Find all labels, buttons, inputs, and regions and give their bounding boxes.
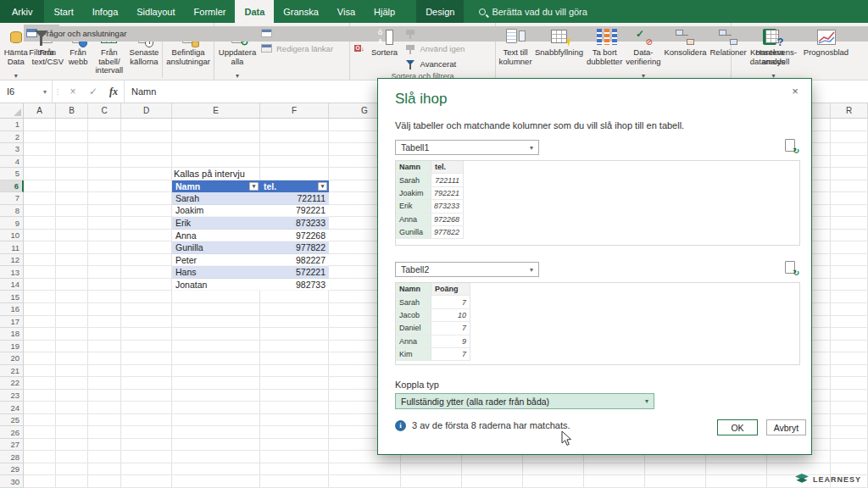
preview-cell[interactable]: Sarah bbox=[396, 174, 431, 186]
preview-cell[interactable]: Kim bbox=[396, 348, 431, 361]
row-header-14[interactable]: 14 bbox=[0, 279, 24, 291]
tab-granska[interactable]: Granska bbox=[274, 0, 328, 23]
row-header-7[interactable]: 7 bbox=[0, 192, 24, 205]
row-header-24[interactable]: 24 bbox=[0, 402, 24, 414]
preview-cell[interactable]: 873233 bbox=[431, 200, 464, 213]
select-all-corner[interactable] bbox=[0, 103, 24, 119]
table-cell[interactable]: Sarah bbox=[172, 192, 260, 205]
tab-visa[interactable]: Visa bbox=[328, 0, 364, 23]
preview-header-cell[interactable]: Namn bbox=[396, 161, 431, 174]
table-cell[interactable]: Gunilla bbox=[172, 241, 260, 254]
tab-data[interactable]: Data bbox=[235, 0, 274, 23]
row-header-9[interactable]: 9 bbox=[0, 217, 24, 230]
row-header-25[interactable]: 25 bbox=[0, 414, 24, 427]
row-header-20[interactable]: 20 bbox=[0, 352, 24, 365]
column-header-A[interactable]: A bbox=[24, 103, 56, 119]
table-cell[interactable]: Hans bbox=[172, 266, 260, 279]
row-header-26[interactable]: 26 bbox=[0, 426, 24, 439]
row-header-1[interactable]: 1 bbox=[0, 119, 24, 131]
row-header-13[interactable]: 13 bbox=[0, 266, 24, 279]
row-header-15[interactable]: 15 bbox=[0, 291, 24, 303]
preview-cell[interactable]: 7 bbox=[431, 296, 470, 308]
table-cell[interactable]: Jonatan bbox=[172, 279, 260, 291]
cancel-entry-icon[interactable]: × bbox=[63, 80, 83, 103]
row-header-23[interactable]: 23 bbox=[0, 390, 24, 402]
column-header-C[interactable]: C bbox=[88, 103, 121, 119]
row-header-27[interactable]: 27 bbox=[0, 439, 24, 452]
row-header-2[interactable]: 2 bbox=[0, 131, 24, 144]
row-header-6[interactable]: 6 bbox=[0, 180, 24, 193]
preview-cell[interactable]: Erik bbox=[396, 200, 431, 213]
tab-design[interactable]: Design bbox=[416, 0, 464, 23]
table-cell[interactable]: 982733 bbox=[260, 279, 329, 291]
table1-refresh-icon[interactable] bbox=[785, 139, 798, 154]
row-header-29[interactable]: 29 bbox=[0, 463, 24, 476]
tab-sidlayout[interactable]: Sidlayout bbox=[127, 0, 184, 23]
preview-cell[interactable]: 7 bbox=[431, 322, 470, 335]
table2-select[interactable]: Tabell2 ▾ bbox=[395, 262, 539, 277]
column-header-E[interactable]: E bbox=[172, 103, 260, 119]
tab-hjalp[interactable]: Hjälp bbox=[364, 0, 404, 23]
row-header-30[interactable]: 30 bbox=[0, 475, 24, 488]
tab-start[interactable]: Start bbox=[44, 0, 82, 23]
filter-dropdown-icon[interactable]: ▾ bbox=[318, 182, 327, 191]
preview-header-cell[interactable]: Namn bbox=[396, 283, 431, 296]
preview-cell[interactable]: 10 bbox=[431, 309, 470, 322]
preview-header-cell[interactable]: Poäng bbox=[431, 283, 470, 296]
table-cell[interactable]: 572221 bbox=[260, 266, 329, 279]
table-cell[interactable]: Peter bbox=[172, 254, 260, 267]
table-cell[interactable]: Erik bbox=[172, 217, 260, 230]
row-header-12[interactable]: 12 bbox=[0, 254, 24, 267]
table-cell[interactable]: 972268 bbox=[260, 230, 329, 242]
column-header-D[interactable]: D bbox=[121, 103, 172, 119]
row-header-10[interactable]: 10 bbox=[0, 230, 24, 242]
preview-cell[interactable]: 722111 bbox=[431, 174, 464, 186]
table-cell[interactable]: 792221 bbox=[260, 205, 329, 218]
preview-cell[interactable]: 7 bbox=[431, 348, 470, 361]
row-header-22[interactable]: 22 bbox=[0, 377, 24, 390]
preview-cell[interactable]: Daniel bbox=[396, 322, 431, 335]
column-header-F[interactable]: F bbox=[260, 103, 329, 119]
table1-select[interactable]: Tabell1 ▾ bbox=[395, 140, 539, 155]
sort-descending-button[interactable]: Ö↓ bbox=[352, 42, 367, 55]
row-header-19[interactable]: 19 bbox=[0, 341, 24, 353]
preview-cell[interactable]: 792221 bbox=[431, 187, 464, 200]
row-header-17[interactable]: 17 bbox=[0, 316, 24, 329]
tab-infoga[interactable]: Infoga bbox=[83, 0, 128, 23]
cancel-button[interactable]: Avbryt bbox=[766, 419, 806, 435]
edit-links-button[interactable]: Redigera länkar bbox=[259, 42, 336, 57]
row-header-4[interactable]: 4 bbox=[0, 156, 24, 169]
confirm-entry-icon[interactable]: ✓ bbox=[83, 80, 103, 103]
tab-formler[interactable]: Formler bbox=[185, 0, 236, 23]
preview-cell[interactable]: Anna bbox=[396, 214, 431, 226]
table-cell[interactable]: Joakim bbox=[172, 205, 260, 218]
filter-button[interactable]: Filtrera bbox=[24, 25, 59, 27]
row-header-16[interactable]: 16 bbox=[0, 303, 24, 316]
queries-connections-button[interactable]: Frågor och anslutningar bbox=[24, 26, 868, 42]
insert-function-icon[interactable]: fx bbox=[103, 80, 124, 103]
close-icon[interactable]: × bbox=[787, 84, 803, 99]
row-header-28[interactable]: 28 bbox=[0, 451, 24, 463]
table-cell[interactable]: 977822 bbox=[260, 241, 329, 254]
row-header-18[interactable]: 18 bbox=[0, 328, 24, 341]
preview-cell[interactable]: Anna bbox=[396, 336, 431, 348]
table-cell[interactable]: 982227 bbox=[260, 254, 329, 267]
preview-cell[interactable]: Gunilla bbox=[396, 226, 431, 239]
row-header-8[interactable]: 8 bbox=[0, 205, 24, 218]
cell-caption[interactable]: Kallas på intervju bbox=[174, 168, 245, 180]
preview-cell[interactable]: Sarah bbox=[396, 296, 431, 308]
preview-cell[interactable]: 977822 bbox=[431, 226, 464, 239]
column-header-B[interactable]: B bbox=[56, 103, 88, 119]
table-header-cell[interactable]: tel.▾ bbox=[260, 180, 329, 193]
row-header-3[interactable]: 3 bbox=[0, 143, 24, 156]
reapply-filter-button[interactable]: Använd igen bbox=[403, 42, 468, 57]
preview-cell[interactable]: Joakim bbox=[396, 187, 431, 200]
table2-refresh-icon[interactable] bbox=[785, 261, 798, 276]
row-header-5[interactable]: 5 bbox=[0, 168, 24, 180]
join-kind-select[interactable]: Fullständig ytter (alla rader från båda)… bbox=[395, 393, 654, 409]
row-header-21[interactable]: 21 bbox=[0, 365, 24, 378]
filter-dropdown-icon[interactable]: ▾ bbox=[249, 182, 259, 191]
ok-button[interactable]: OK bbox=[717, 419, 758, 435]
table-cell[interactable]: Anna bbox=[172, 230, 260, 242]
table-header-cell[interactable]: Namn▾ bbox=[172, 180, 260, 193]
